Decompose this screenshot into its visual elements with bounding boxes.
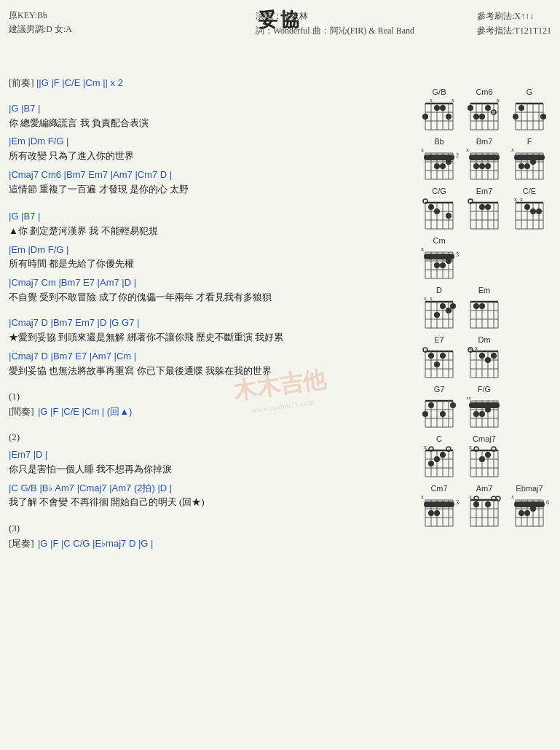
svg-point-218 — [428, 402, 434, 408]
meta-right: 演唱：蔡依林 詞：Wonderful 曲：阿沁(FIR) & Real Band — [256, 9, 414, 39]
v2-chords2: |Em |Dm F/G | — [9, 244, 406, 257]
svg-text:x: x — [421, 246, 424, 252]
chord-gb: G/B — [418, 87, 460, 133]
svg-point-311 — [530, 506, 536, 512]
svg-point-42 — [513, 114, 518, 120]
meta-left: 原KEY:Bb 建議男調:D 女:A — [9, 9, 72, 36]
svg-point-250 — [434, 456, 440, 462]
svg-text:x: x — [421, 494, 424, 500]
chord-bb: Bb — [418, 137, 460, 182]
v2-chords1: |G |B7 | — [9, 211, 406, 223]
svg-text:x: x — [469, 445, 472, 450]
intro-line: [前奏] ||G |F |C/E |Cm || x 2 — [9, 77, 406, 90]
svg-point-89 — [530, 159, 536, 165]
section1-label: (1) — [9, 391, 406, 402]
svg-point-232 — [473, 411, 479, 417]
ch1-chords2: |Cmaj7 D |Bm7 E7 |Am7 |Cm | — [9, 351, 406, 363]
svg-point-234 — [485, 407, 491, 413]
v2-lyric1: ▲你 劃定楚河漢界 我 不能輕易犯規 — [9, 224, 406, 238]
svg-text:x: x — [475, 345, 478, 351]
svg-point-88 — [524, 163, 530, 169]
chord-dm: Dm x x — [463, 335, 505, 380]
chord-cmaj7: Cmaj7 x — [463, 434, 505, 480]
svg-point-74 — [485, 163, 491, 169]
chord-row-6: E7 Dm — [418, 335, 560, 380]
section3-label: (3) — [9, 523, 406, 534]
v2-lyric3: 不自覺 受到不敢冒險 成了你的傀儡一年兩年 才看見我有多狼狽 — [9, 290, 406, 305]
interlude1-chords: |G |F |C/E |Cm | (回▲) — [38, 406, 132, 417]
chord-fg: F/G xx — [463, 385, 505, 430]
svg-point-161 — [434, 312, 440, 318]
chord-cg: C/G — [418, 187, 460, 232]
svg-text:x: x — [451, 98, 454, 103]
verse2-block2: |Em |Dm F/G | 所有時間 都是先給了你優先權 — [9, 244, 406, 271]
svg-point-103 — [434, 208, 440, 214]
v2-lyric2: 所有時間 都是先給了你優先權 — [9, 257, 406, 271]
svg-rect-277 — [424, 501, 454, 507]
svg-point-162 — [440, 303, 446, 309]
svg-point-13 — [446, 114, 451, 120]
svg-point-102 — [428, 204, 434, 210]
svg-point-204 — [479, 353, 485, 359]
svg-point-205 — [485, 357, 491, 363]
svg-point-251 — [440, 452, 446, 458]
s2-chords2: |C G/B |B♭ Am7 |Cmaj7 |Am7 (2拍) |D | — [9, 483, 406, 495]
svg-text:3: 3 — [456, 251, 459, 258]
chord-g: G — [508, 87, 551, 133]
outro-line: [尾奏] |G |F |C C/G |E♭maj7 D |G | — [9, 537, 406, 550]
verse1-block1: |G |B7 | 你 總愛編織謊言 我 負責配合表演 — [9, 103, 406, 130]
svg-rect-231 — [469, 402, 500, 408]
v1-lyric2: 所有改變 只為了進入你的世界 — [9, 149, 406, 163]
chorus1-block2: |Cmaj7 D |Bm7 E7 |Am7 |Cm | 愛到妥協 也無法將故事再… — [9, 351, 406, 378]
svg-text:x: x — [466, 147, 469, 153]
svg-point-26 — [468, 105, 473, 111]
chord-row-9: Cm7 x 3 — [418, 484, 560, 529]
svg-point-265 — [479, 456, 485, 462]
svg-point-57 — [440, 163, 446, 169]
chord-cm: Cm — [418, 236, 460, 281]
interlude1-label: [間奏] — [9, 406, 34, 417]
chord-ce: C/E x x — [508, 187, 551, 232]
chord-row-8: C x — [418, 434, 560, 480]
svg-point-249 — [428, 461, 434, 466]
svg-point-206 — [491, 353, 497, 359]
v1-lyric3: 這情節 重複了一百遍 才發現 是你的心 太野 — [9, 182, 406, 197]
svg-point-58 — [446, 159, 451, 165]
svg-point-297 — [485, 501, 491, 507]
svg-point-73 — [479, 163, 485, 169]
svg-point-220 — [450, 402, 456, 408]
svg-text:6: 6 — [546, 499, 549, 506]
chord-row-7: G7 F/G — [418, 385, 560, 430]
svg-text:x: x — [511, 494, 514, 500]
svg-point-175 — [473, 303, 479, 309]
svg-text:3: 3 — [456, 499, 459, 506]
chord-g7: G7 — [418, 385, 460, 430]
page: 原KEY:Bb 建議男調:D 女:A 妥協 演唱：蔡依林 詞：Wonderful… — [0, 0, 560, 750]
svg-text:x: x — [520, 197, 523, 203]
svg-text:x: x — [469, 494, 472, 500]
svg-point-11 — [434, 105, 440, 111]
outro-chords: |G |F |C C/G |E♭maj7 D |G | — [38, 538, 153, 549]
svg-point-130 — [524, 204, 530, 210]
svg-point-27 — [473, 114, 479, 120]
svg-point-145 — [440, 262, 446, 268]
svg-point-176 — [479, 303, 485, 309]
v1-chords2: |Em |Dm F/G | — [9, 136, 406, 148]
chord-row-1: G/B — [418, 87, 560, 133]
v1-lyric1: 你 總愛編織謊言 我 負責配合表演 — [9, 116, 406, 130]
chord-bm7: Bm7 x — [463, 137, 505, 182]
chord-em7: Em7 — [463, 187, 505, 232]
chord-am7: Am7 x — [463, 484, 505, 529]
svg-point-131 — [530, 208, 536, 214]
key-label: 原KEY:Bb — [9, 9, 72, 23]
svg-rect-71 — [469, 155, 500, 160]
svg-point-72 — [473, 163, 479, 169]
svg-point-116 — [479, 204, 485, 210]
fingering-pattern: 參考指法:T121T121 — [477, 23, 551, 38]
svg-text:2: 2 — [456, 152, 459, 159]
chorus1-block1: |Cmaj7 D |Bm7 Em7 |D |G G7 | ★愛到妥協 到頭來還是… — [9, 317, 406, 344]
svg-point-266 — [485, 452, 491, 458]
chord-f: F x — [508, 137, 551, 182]
verse1-block2: |Em |Dm F/G | 所有改變 只為了進入你的世界 — [9, 136, 406, 163]
suggested-key-label: 建議男調:D 女:A — [9, 23, 72, 36]
